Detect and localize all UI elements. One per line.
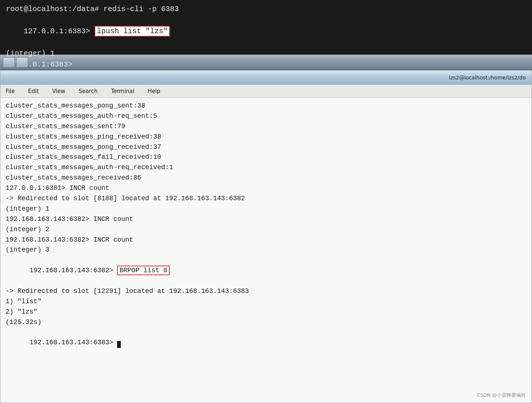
top-terminal: root@localhost:/data# redis-cli -p 6383 … (0, 0, 532, 55)
terminal-line: (integer) 2 (6, 225, 526, 235)
title-bar-text: lzs2@localhost:/home/lzs2/do (449, 75, 526, 81)
main-terminal-window: lzs2@localhost:/home/lzs2/do File Edit V… (0, 70, 532, 403)
taskbar-button-2[interactable] (16, 57, 28, 68)
terminal-line: 1) "list" (6, 297, 526, 307)
lpush-command: lpush list "lzs" (95, 26, 170, 37)
terminal-line: (125.32s) (6, 317, 526, 328)
last-prompt: 192.168.163.143:6383> (30, 339, 117, 346)
terminal-line: cluster_stats_messages_fail_received:10 (6, 152, 526, 163)
menu-edit[interactable]: Edit (26, 86, 41, 96)
menu-view[interactable]: View (50, 86, 68, 96)
terminal-line: (integer) 1 (6, 204, 526, 214)
top-prompt: 127.0.0.1:6383> (24, 27, 95, 35)
terminal-line: cluster_stats_messages_ping_received:38 (6, 132, 526, 142)
menu-search[interactable]: Search (76, 86, 100, 96)
cursor (117, 341, 121, 348)
taskbar-button[interactable] (3, 57, 15, 68)
brpop-line: 192.168.163.143:6382> BRPOP list 0 (6, 255, 526, 286)
menu-terminal[interactable]: Terminal (109, 86, 136, 96)
terminal-line: 192.168.163.143:6382> INCR count (6, 235, 526, 245)
terminal-content: cluster_stats_messages_pong_sent:38clust… (0, 98, 532, 403)
terminal-line: 2) "lzs" (6, 307, 526, 317)
menu-help[interactable]: Help (146, 86, 163, 96)
terminal-line: 192.168.163.143:6382> INCR count (6, 214, 526, 225)
menu-bar: File Edit View Search Terminal Help (0, 85, 532, 98)
bottom-lines: -> Redirected to slot [12291] located at… (6, 286, 526, 328)
title-bar: lzs2@localhost:/home/lzs2/do (0, 71, 532, 85)
watermark: CSDN @小蛮蜂爱编程 (477, 392, 526, 399)
terminal-line: cluster_stats_messages_sent:79 (6, 122, 526, 132)
terminal-line: 127.0.0.1:6381> INCR count (6, 183, 526, 194)
taskbar-divider (0, 55, 532, 70)
last-prompt-line: 192.168.163.143:6383> (6, 328, 526, 359)
top-line-1: root@localhost:/data# redis-cli -p 6383 (6, 4, 526, 15)
menu-file[interactable]: File (3, 86, 17, 96)
top-line-2: 127.0.0.1:6383> lpush list "lzs" (6, 15, 526, 48)
terminal-line: -> Redirected to slot [12291] located at… (6, 286, 526, 297)
terminal-line: cluster_stats_messages_pong_received:37 (6, 142, 526, 153)
terminal-lines: cluster_stats_messages_pong_sent:38clust… (6, 101, 526, 255)
terminal-line: cluster_stats_messages_pong_sent:38 (6, 101, 526, 111)
terminal-line: -> Redirected to slot [8188] located at … (6, 194, 526, 204)
terminal-line: (integer) 3 (6, 245, 526, 255)
brpop-prompt: 192.168.163.143:6382> (30, 267, 117, 274)
terminal-line: cluster_stats_messages_auth-req_received… (6, 163, 526, 173)
brpop-command: BRPOP list 0 (117, 266, 170, 275)
terminal-line: cluster_stats_messages_received:86 (6, 173, 526, 183)
terminal-line: cluster_stats_messages_auth-req_sent:5 (6, 111, 526, 122)
